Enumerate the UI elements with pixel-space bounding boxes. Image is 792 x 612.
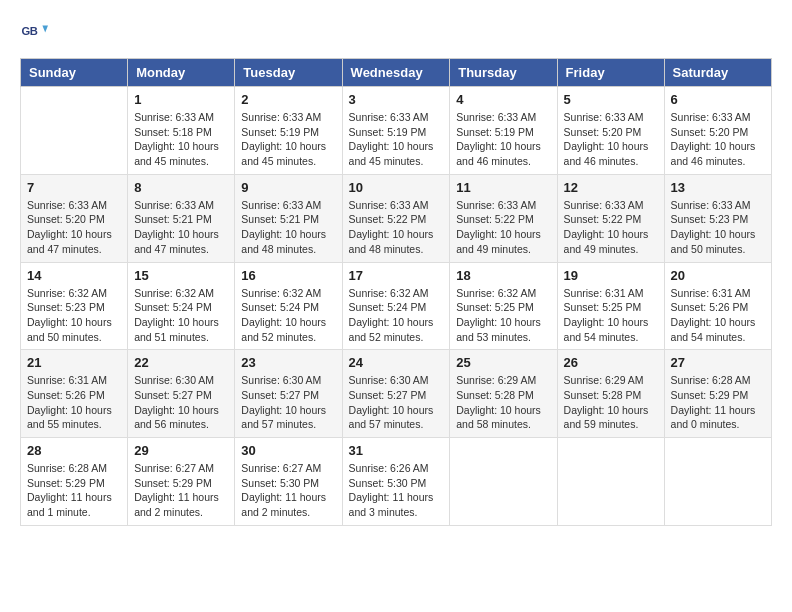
day-info: Sunrise: 6:33 AMSunset: 5:23 PMDaylight:… (671, 198, 765, 257)
col-header-friday: Friday (557, 59, 664, 87)
svg-text:B: B (30, 25, 38, 37)
day-cell: 16Sunrise: 6:32 AMSunset: 5:24 PMDayligh… (235, 262, 342, 350)
day-cell: 28Sunrise: 6:28 AMSunset: 5:29 PMDayligh… (21, 438, 128, 526)
day-info: Sunrise: 6:27 AMSunset: 5:30 PMDaylight:… (241, 461, 335, 520)
col-header-monday: Monday (128, 59, 235, 87)
day-cell: 30Sunrise: 6:27 AMSunset: 5:30 PMDayligh… (235, 438, 342, 526)
day-number: 8 (134, 180, 228, 195)
day-cell: 29Sunrise: 6:27 AMSunset: 5:29 PMDayligh… (128, 438, 235, 526)
day-number: 6 (671, 92, 765, 107)
day-info: Sunrise: 6:31 AMSunset: 5:26 PMDaylight:… (671, 286, 765, 345)
day-cell: 7Sunrise: 6:33 AMSunset: 5:20 PMDaylight… (21, 174, 128, 262)
day-number: 21 (27, 355, 121, 370)
day-info: Sunrise: 6:33 AMSunset: 5:20 PMDaylight:… (564, 110, 658, 169)
day-info: Sunrise: 6:31 AMSunset: 5:25 PMDaylight:… (564, 286, 658, 345)
day-cell (664, 438, 771, 526)
svg-text:G: G (21, 25, 30, 37)
day-info: Sunrise: 6:31 AMSunset: 5:26 PMDaylight:… (27, 373, 121, 432)
day-cell: 18Sunrise: 6:32 AMSunset: 5:25 PMDayligh… (450, 262, 557, 350)
day-cell: 17Sunrise: 6:32 AMSunset: 5:24 PMDayligh… (342, 262, 450, 350)
day-number: 18 (456, 268, 550, 283)
day-number: 7 (27, 180, 121, 195)
day-cell: 26Sunrise: 6:29 AMSunset: 5:28 PMDayligh… (557, 350, 664, 438)
day-cell: 21Sunrise: 6:31 AMSunset: 5:26 PMDayligh… (21, 350, 128, 438)
day-info: Sunrise: 6:30 AMSunset: 5:27 PMDaylight:… (241, 373, 335, 432)
day-number: 11 (456, 180, 550, 195)
day-info: Sunrise: 6:32 AMSunset: 5:23 PMDaylight:… (27, 286, 121, 345)
day-number: 28 (27, 443, 121, 458)
day-info: Sunrise: 6:32 AMSunset: 5:24 PMDaylight:… (134, 286, 228, 345)
col-header-thursday: Thursday (450, 59, 557, 87)
day-number: 9 (241, 180, 335, 195)
col-header-tuesday: Tuesday (235, 59, 342, 87)
day-info: Sunrise: 6:33 AMSunset: 5:18 PMDaylight:… (134, 110, 228, 169)
day-number: 25 (456, 355, 550, 370)
day-info: Sunrise: 6:33 AMSunset: 5:22 PMDaylight:… (456, 198, 550, 257)
day-info: Sunrise: 6:30 AMSunset: 5:27 PMDaylight:… (349, 373, 444, 432)
day-cell: 4Sunrise: 6:33 AMSunset: 5:19 PMDaylight… (450, 87, 557, 175)
day-info: Sunrise: 6:33 AMSunset: 5:19 PMDaylight:… (349, 110, 444, 169)
day-cell: 20Sunrise: 6:31 AMSunset: 5:26 PMDayligh… (664, 262, 771, 350)
day-number: 1 (134, 92, 228, 107)
day-info: Sunrise: 6:28 AMSunset: 5:29 PMDaylight:… (671, 373, 765, 432)
week-row-4: 21Sunrise: 6:31 AMSunset: 5:26 PMDayligh… (21, 350, 772, 438)
day-cell: 19Sunrise: 6:31 AMSunset: 5:25 PMDayligh… (557, 262, 664, 350)
day-number: 14 (27, 268, 121, 283)
day-info: Sunrise: 6:33 AMSunset: 5:21 PMDaylight:… (241, 198, 335, 257)
week-row-3: 14Sunrise: 6:32 AMSunset: 5:23 PMDayligh… (21, 262, 772, 350)
day-number: 3 (349, 92, 444, 107)
day-number: 15 (134, 268, 228, 283)
svg-marker-2 (42, 26, 48, 33)
day-number: 27 (671, 355, 765, 370)
week-row-5: 28Sunrise: 6:28 AMSunset: 5:29 PMDayligh… (21, 438, 772, 526)
week-row-2: 7Sunrise: 6:33 AMSunset: 5:20 PMDaylight… (21, 174, 772, 262)
day-cell: 31Sunrise: 6:26 AMSunset: 5:30 PMDayligh… (342, 438, 450, 526)
week-row-1: 1Sunrise: 6:33 AMSunset: 5:18 PMDaylight… (21, 87, 772, 175)
day-info: Sunrise: 6:33 AMSunset: 5:19 PMDaylight:… (456, 110, 550, 169)
day-cell: 15Sunrise: 6:32 AMSunset: 5:24 PMDayligh… (128, 262, 235, 350)
day-cell (450, 438, 557, 526)
day-info: Sunrise: 6:29 AMSunset: 5:28 PMDaylight:… (564, 373, 658, 432)
day-cell: 14Sunrise: 6:32 AMSunset: 5:23 PMDayligh… (21, 262, 128, 350)
day-cell: 9Sunrise: 6:33 AMSunset: 5:21 PMDaylight… (235, 174, 342, 262)
day-cell: 2Sunrise: 6:33 AMSunset: 5:19 PMDaylight… (235, 87, 342, 175)
day-number: 30 (241, 443, 335, 458)
logo: G B (20, 20, 52, 48)
col-header-sunday: Sunday (21, 59, 128, 87)
day-number: 24 (349, 355, 444, 370)
day-info: Sunrise: 6:26 AMSunset: 5:30 PMDaylight:… (349, 461, 444, 520)
day-info: Sunrise: 6:27 AMSunset: 5:29 PMDaylight:… (134, 461, 228, 520)
day-cell: 11Sunrise: 6:33 AMSunset: 5:22 PMDayligh… (450, 174, 557, 262)
day-info: Sunrise: 6:28 AMSunset: 5:29 PMDaylight:… (27, 461, 121, 520)
day-number: 31 (349, 443, 444, 458)
day-number: 10 (349, 180, 444, 195)
day-number: 23 (241, 355, 335, 370)
day-cell: 12Sunrise: 6:33 AMSunset: 5:22 PMDayligh… (557, 174, 664, 262)
day-info: Sunrise: 6:32 AMSunset: 5:25 PMDaylight:… (456, 286, 550, 345)
day-cell: 22Sunrise: 6:30 AMSunset: 5:27 PMDayligh… (128, 350, 235, 438)
day-cell: 27Sunrise: 6:28 AMSunset: 5:29 PMDayligh… (664, 350, 771, 438)
day-info: Sunrise: 6:30 AMSunset: 5:27 PMDaylight:… (134, 373, 228, 432)
day-cell: 1Sunrise: 6:33 AMSunset: 5:18 PMDaylight… (128, 87, 235, 175)
day-info: Sunrise: 6:33 AMSunset: 5:20 PMDaylight:… (27, 198, 121, 257)
col-header-saturday: Saturday (664, 59, 771, 87)
day-cell: 8Sunrise: 6:33 AMSunset: 5:21 PMDaylight… (128, 174, 235, 262)
logo-icon: G B (20, 20, 48, 48)
day-cell: 24Sunrise: 6:30 AMSunset: 5:27 PMDayligh… (342, 350, 450, 438)
page-header: G B (20, 20, 772, 48)
day-cell: 5Sunrise: 6:33 AMSunset: 5:20 PMDaylight… (557, 87, 664, 175)
day-info: Sunrise: 6:33 AMSunset: 5:19 PMDaylight:… (241, 110, 335, 169)
day-number: 19 (564, 268, 658, 283)
day-info: Sunrise: 6:32 AMSunset: 5:24 PMDaylight:… (241, 286, 335, 345)
day-number: 17 (349, 268, 444, 283)
calendar-table: SundayMondayTuesdayWednesdayThursdayFrid… (20, 58, 772, 526)
day-cell: 25Sunrise: 6:29 AMSunset: 5:28 PMDayligh… (450, 350, 557, 438)
day-info: Sunrise: 6:29 AMSunset: 5:28 PMDaylight:… (456, 373, 550, 432)
day-cell (557, 438, 664, 526)
calendar-header-row: SundayMondayTuesdayWednesdayThursdayFrid… (21, 59, 772, 87)
day-number: 26 (564, 355, 658, 370)
day-cell: 13Sunrise: 6:33 AMSunset: 5:23 PMDayligh… (664, 174, 771, 262)
day-cell (21, 87, 128, 175)
day-info: Sunrise: 6:33 AMSunset: 5:21 PMDaylight:… (134, 198, 228, 257)
day-number: 20 (671, 268, 765, 283)
